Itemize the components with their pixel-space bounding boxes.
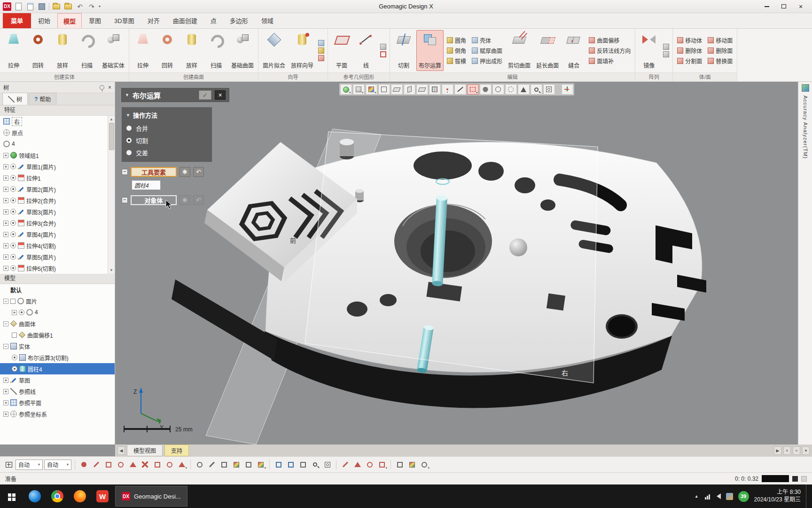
cut-button[interactable]: 切割 [392, 30, 415, 71]
zoom-button[interactable] [531, 84, 542, 95]
measure-distance-button[interactable] [340, 460, 351, 469]
tab-3dsketch[interactable]: 3D草图 [108, 13, 141, 28]
zoom-in-button[interactable] [310, 460, 320, 469]
view-wireframe-button[interactable] [206, 460, 217, 469]
right-plane-button[interactable] [404, 84, 415, 95]
expand-icon[interactable] [3, 412, 8, 417]
view-curvature-button[interactable]: ▾ [255, 460, 266, 469]
tool-elements-field[interactable]: 工具要素 [131, 167, 177, 177]
top-plane-button[interactable] [416, 84, 428, 95]
collapse-box-icon[interactable]: − [122, 169, 128, 175]
coordinate-icon[interactable] [380, 44, 386, 50]
tab-scroll-right-icon[interactable]: ▶ [774, 446, 781, 455]
selection-options-button[interactable] [562, 84, 573, 95]
select-custom-button[interactable]: ▾ [176, 460, 187, 469]
fill-face-button[interactable]: 面填补 [589, 57, 631, 65]
volume-icon[interactable] [717, 493, 721, 499]
wps-taskbar-icon[interactable]: W [91, 484, 114, 508]
tree-item-extrude4[interactable]: 拉伸4(切割) [0, 240, 115, 251]
coordinate-tool-button[interactable] [297, 460, 308, 469]
minimize-button[interactable] [758, 0, 775, 13]
move-body-button[interactable]: 移动体 [677, 36, 702, 44]
replace-face-button[interactable]: 替换面 [708, 57, 733, 65]
visibility-icon[interactable] [10, 198, 16, 203]
tab-point[interactable]: 点 [204, 13, 223, 28]
undo-selection-button[interactable]: ↶ [193, 195, 204, 205]
radio-icon[interactable] [126, 150, 132, 156]
viewport-3d[interactable]: 前 右 Z Y 25 mm ▾ ▾ ▾ ▾ [115, 82, 798, 444]
visibility-icon[interactable] [10, 265, 16, 271]
measure-angle-button[interactable] [352, 460, 363, 469]
radio-intersect[interactable]: 交差 [126, 146, 208, 159]
close-button[interactable]: × [792, 0, 809, 13]
sweep-surface-button[interactable]: 扫描 [204, 30, 228, 71]
paint-select-button[interactable] [518, 84, 530, 95]
tab-menu-caret-icon[interactable]: ▾ [802, 446, 810, 455]
extrude-surface-button[interactable]: 拉伸 [131, 30, 155, 71]
expand-icon[interactable] [3, 400, 8, 405]
tree-item-default[interactable]: 默认 [0, 284, 115, 295]
select-visible-button[interactable] [152, 460, 163, 469]
tab-help[interactable]: ?帮助 [29, 93, 56, 105]
loft-solid-button[interactable]: 放样 [51, 30, 74, 71]
shading-mode-button[interactable]: ▾ [366, 84, 377, 95]
new-file-icon[interactable] [14, 2, 23, 11]
delete-body-button[interactable]: 删除体 [677, 47, 702, 55]
view-shaded-button[interactable] [219, 460, 229, 469]
expand-icon[interactable] [3, 254, 8, 260]
select-invert-button[interactable] [164, 460, 175, 469]
thicken-button[interactable]: 赋厚曲面 [472, 47, 502, 55]
grid-button[interactable] [429, 84, 441, 95]
maximize-button[interactable] [775, 0, 792, 13]
tab-model[interactable]: 模型 [57, 13, 82, 28]
tab-scroll-left-icon[interactable]: ◀ [117, 446, 125, 455]
tree-item-solid[interactable]: 实体 [0, 341, 115, 352]
edge-taskbar-icon[interactable] [23, 484, 46, 508]
dialog-titlebar[interactable]: ▼ 布尔运算 ✓ × [122, 88, 229, 102]
tree-item-mesh-group[interactable]: 面片 [0, 295, 115, 307]
expand-icon[interactable] [3, 232, 8, 237]
expand-icon[interactable] [3, 243, 8, 248]
visibility-icon[interactable] [10, 231, 16, 237]
tree-item-mesh-4[interactable]: 4 [0, 307, 115, 318]
open-file-icon[interactable] [25, 2, 35, 11]
checkbox[interactable] [12, 333, 17, 338]
tree-item-ref-plane[interactable]: 参照平面 [0, 397, 115, 408]
expand-icon[interactable] [3, 299, 8, 304]
view-point-button[interactable] [194, 460, 205, 469]
fillet-button[interactable]: 圆角 [447, 36, 466, 44]
mirror-button[interactable]: 镜像 [637, 30, 661, 71]
offset-surface-button[interactable]: 曲面偏移 [589, 36, 631, 44]
undo-selection-button[interactable]: ↶ [193, 167, 204, 177]
tree-item-right-plane[interactable]: 右 [0, 116, 115, 127]
dialog-close-button[interactable]: × [215, 90, 226, 100]
zoom-fit-button[interactable] [543, 84, 555, 95]
network-icon[interactable] [704, 493, 711, 500]
rectangle-select-button[interactable]: ▾ [467, 84, 479, 95]
zoom-window-button[interactable] [322, 460, 333, 469]
tree-item-extrude3[interactable]: 拉伸3(合并) [0, 217, 115, 229]
boolean-button[interactable]: 布尔运算 [416, 30, 444, 71]
radio-icon[interactable] [126, 125, 132, 131]
tab-align[interactable]: 对齐 [141, 13, 166, 28]
measure-section-button[interactable]: ▾ [376, 460, 387, 469]
tab-support[interactable]: 支持 [164, 444, 189, 456]
dialog-ok-button[interactable]: ✓ [199, 90, 211, 100]
selection-mode-combo[interactable]: 自动▾ [16, 460, 43, 470]
tree-item-sketch1[interactable]: 草图1(面片) [0, 161, 115, 172]
view-boundary-button[interactable] [243, 460, 254, 469]
select-through-button[interactable] [140, 460, 150, 469]
tab-sketch[interactable]: 草图 [83, 13, 107, 28]
visibility-icon[interactable] [10, 175, 16, 181]
expand-icon[interactable] [3, 164, 8, 169]
scrollbar-thumb[interactable] [109, 123, 114, 150]
tree-item-sketch3[interactable]: 草图3(面片) [0, 206, 115, 217]
tree-item-boolean3[interactable]: 布尔运算3(切割) [0, 352, 115, 363]
display-options-button[interactable]: ▾ [419, 460, 429, 469]
tray-app-icon[interactable] [726, 493, 733, 500]
visibility-icon[interactable] [10, 243, 16, 248]
tree-item-surface-body[interactable]: 曲面体 [0, 318, 115, 329]
scroll-up-icon[interactable]: ▲ [108, 116, 115, 123]
menu-tab[interactable]: 菜单 [3, 13, 31, 28]
radio-cut[interactable]: 切割 [126, 134, 208, 146]
